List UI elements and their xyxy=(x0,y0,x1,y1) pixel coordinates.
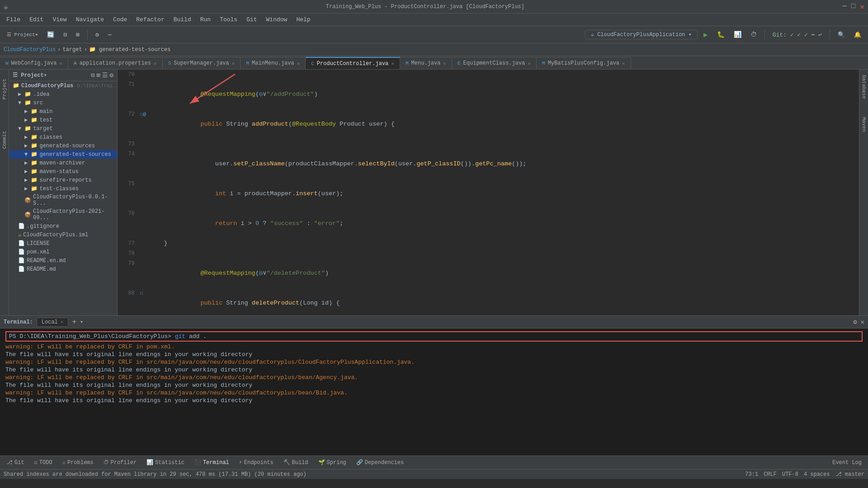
tab-close-mainmenu[interactable]: ✕ xyxy=(297,61,300,66)
terminal-dropdown-button[interactable]: ▾ xyxy=(80,319,83,325)
statusbar-branch[interactable]: ⎇ master xyxy=(835,471,864,478)
profiler-button[interactable]: ⏱ xyxy=(747,30,760,40)
tree-target[interactable]: ▼ 📁 target xyxy=(9,124,117,133)
statusbar-position[interactable]: 73:1 xyxy=(745,471,758,478)
toolbar-collapse[interactable]: ⊟ xyxy=(60,30,70,40)
tab-application-properties[interactable]: A application.properties ✕ xyxy=(68,57,163,69)
terminal-close-button[interactable]: ✕ xyxy=(861,318,864,326)
tab-close-webconfig[interactable]: ✕ xyxy=(59,61,62,66)
tab-close-menu[interactable]: ✕ xyxy=(443,61,446,66)
panel-tab-maven[interactable]: Maven xyxy=(860,113,868,136)
menu-file[interactable]: File xyxy=(2,14,25,25)
tree-jar1[interactable]: 📦 CloudFactoryPlus-0.0.1-S... xyxy=(9,193,117,207)
menu-navigate[interactable]: Navigate xyxy=(71,14,108,25)
tree-header-btn2[interactable]: ⊞ xyxy=(96,71,100,79)
tree-root[interactable]: 📁 CloudFactoryPlus D:\IDEA\Trai... xyxy=(9,81,117,90)
titlebar-controls[interactable]: ─ □ ✕ xyxy=(842,2,864,11)
tab-webconfig[interactable]: W WebConfig.java ✕ xyxy=(0,57,68,69)
panel-tab-commit[interactable]: Commit xyxy=(2,131,7,149)
menu-refactor[interactable]: Refactor xyxy=(132,14,169,25)
tab-mybatisplusconfig[interactable]: M MyBatisPlusConfig.java ✕ xyxy=(537,57,631,69)
statusbar-charset[interactable]: UTF-8 xyxy=(782,471,798,478)
maximize-button[interactable]: □ xyxy=(851,2,856,11)
bottom-btn-git[interactable]: ⎇ Git xyxy=(2,458,29,467)
terminal-local-close[interactable]: ✕ xyxy=(61,319,64,325)
tree-main[interactable]: ▶ 📁 main xyxy=(9,107,117,116)
tab-equipmentclass[interactable]: E EquipmentClass.java ✕ xyxy=(452,57,537,69)
bottom-btn-terminal[interactable]: ⬛ Terminal xyxy=(190,458,234,467)
bottom-btn-spring[interactable]: 🌱 Spring xyxy=(314,458,351,467)
statusbar-indent[interactable]: 4 spaces xyxy=(804,471,830,478)
menu-window[interactable]: Window xyxy=(262,14,292,25)
menu-git[interactable]: Git xyxy=(242,14,261,25)
tab-productcontroller[interactable]: C ProductController.java ✕ xyxy=(306,57,400,69)
toolbar-settings[interactable]: ⚙ xyxy=(92,30,102,40)
breadcrumb-project[interactable]: CloudFactoryPlus xyxy=(4,47,56,53)
debug-button[interactable]: 🐛 xyxy=(714,29,728,40)
bottom-btn-dependencies[interactable]: 🔗 Dependencies xyxy=(352,458,408,467)
bottom-btn-problems[interactable]: ⚠ Problems xyxy=(58,458,98,467)
project-selector[interactable]: ☰ Project▾ xyxy=(4,30,41,39)
tree-maven-archiver[interactable]: ▶ 📁 maven-archiver xyxy=(9,159,117,167)
menu-help[interactable]: Help xyxy=(292,14,315,25)
tree-maven-status[interactable]: ▶ 📁 maven-status xyxy=(9,167,117,176)
terminal-add-button[interactable]: + xyxy=(72,318,76,326)
code-editor[interactable]: 70 71 @RequestMapping(◎∨"/addProduct") 7… xyxy=(118,70,859,315)
bottom-btn-todo[interactable]: ☑ TODO xyxy=(30,458,57,467)
menu-edit[interactable]: Edit xyxy=(25,14,48,25)
tree-test[interactable]: ▶ 📁 test xyxy=(9,116,117,124)
close-button[interactable]: ✕ xyxy=(860,2,864,11)
tree-header-btn1[interactable]: ⊟ xyxy=(91,71,94,79)
menu-view[interactable]: View xyxy=(48,14,71,25)
bottom-btn-build[interactable]: 🔨 Build xyxy=(279,458,313,467)
tree-pom[interactable]: 📄 pom.xml xyxy=(9,248,117,256)
panel-tab-database[interactable]: Database xyxy=(860,71,868,103)
notifications[interactable]: 🔔 xyxy=(851,30,864,40)
tab-close-productcontroller[interactable]: ✕ xyxy=(391,61,394,66)
tree-generated-test-sources[interactable]: ▼ 📁 generated-test-sources xyxy=(9,150,117,159)
tree-header-btn3[interactable]: ☰ xyxy=(102,71,108,79)
tree-generated-sources[interactable]: ▶ 📁 generated-sources xyxy=(9,141,117,150)
tree-readme[interactable]: 📄 README.md xyxy=(9,265,117,273)
tree-iml[interactable]: ☕ CloudFactoryPlus.iml xyxy=(9,230,117,239)
tree-classes[interactable]: ▶ 📁 classes xyxy=(9,133,117,141)
tree-license[interactable]: 📄 LICENSE xyxy=(9,239,117,248)
menu-build[interactable]: Build xyxy=(169,14,196,25)
terminal-settings-button[interactable]: ⚙ xyxy=(853,318,857,326)
git-status[interactable]: Git: ✓ ✓ ✓ ➡ ↩ xyxy=(769,30,825,40)
bottom-btn-endpoints[interactable]: ⚡ Endpoints xyxy=(235,458,278,467)
terminal-content[interactable]: PS D:\IDEA\Training_Web_Plus\CloudFactor… xyxy=(0,328,868,455)
menu-run[interactable]: Run xyxy=(196,14,215,25)
tree-surefire[interactable]: ▶ 📁 surefire-reports xyxy=(9,176,117,184)
toolbar-more[interactable]: ⋯ xyxy=(105,30,115,40)
bottom-btn-profiler[interactable]: ⏱ Profiler xyxy=(99,458,142,467)
menu-code[interactable]: Code xyxy=(108,14,132,25)
breadcrumb-folder[interactable]: 📁 generated-test-sources xyxy=(89,46,171,53)
search-everywhere[interactable]: 🔍 xyxy=(835,30,848,40)
panel-tab-project[interactable]: Project xyxy=(2,79,7,99)
tab-mainmenu[interactable]: M MainMenu.java ✕ xyxy=(241,57,306,69)
tree-readme-en[interactable]: 📄 README.en.md xyxy=(9,256,117,265)
tree-jar2[interactable]: 📦 CloudFactoryPlus-2021-09... xyxy=(9,207,117,222)
tree-idea[interactable]: ▶ 📁 .idea xyxy=(9,90,117,99)
run-config-selector[interactable]: ☕ CloudFactoryPlusApplication ▾ xyxy=(585,30,698,39)
coverage-button[interactable]: 📊 xyxy=(731,29,745,40)
tree-gitignore[interactable]: 📄 .gitignore xyxy=(9,222,117,230)
tree-header-btn4[interactable]: ⚙ xyxy=(110,71,113,79)
tab-supermanager[interactable]: S SuperManager.java ✕ xyxy=(163,57,241,69)
menu-tools[interactable]: Tools xyxy=(215,14,242,25)
breadcrumb-target[interactable]: target xyxy=(62,47,82,53)
tree-src[interactable]: ▼ 📁 src xyxy=(9,99,117,107)
tab-close-app-props[interactable]: ✕ xyxy=(154,61,157,66)
tab-close-supermanager[interactable]: ✕ xyxy=(232,61,235,66)
tab-close-equipmentclass[interactable]: ✕ xyxy=(528,61,531,66)
minimize-button[interactable]: ─ xyxy=(842,2,847,11)
tab-close-mybatisplusconfig[interactable]: ✕ xyxy=(622,61,625,66)
tab-menu[interactable]: M Menu.java ✕ xyxy=(400,57,452,69)
terminal-local-tab[interactable]: Local ✕ xyxy=(37,318,69,327)
statusbar-crlf[interactable]: CRLF xyxy=(764,471,777,478)
bottom-btn-event-log[interactable]: Event Log xyxy=(828,459,866,467)
run-button[interactable]: ▶ xyxy=(700,29,711,41)
toolbar-sync[interactable]: 🔄 xyxy=(44,30,57,40)
bottom-btn-statistic[interactable]: 📊 Statistic xyxy=(142,458,189,467)
